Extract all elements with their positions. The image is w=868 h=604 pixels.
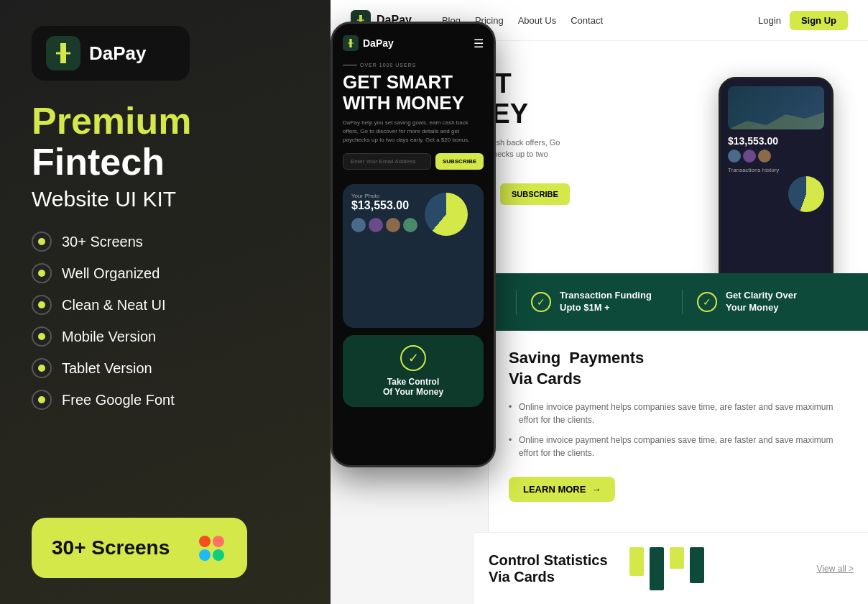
mp-chart-area	[425, 193, 475, 243]
feature-icon-organized	[32, 263, 52, 283]
phone-avatar-2	[743, 150, 756, 163]
saving-bullet-1: Online invoice payment helps companies s…	[509, 401, 848, 426]
banner-item-clarity: ✓ Get Clarity OverYour Money	[683, 290, 848, 314]
mobile-subscribe-button[interactable]: SUBSCRIBE	[435, 153, 484, 170]
mobile-app-overlay: DaPay ☰ OVER 1000 USERS GET SMART WITH M…	[331, 22, 496, 467]
mobile-bottom-screen: ✓ Take ControlOf Your Money	[343, 335, 484, 407]
figma-circles	[199, 536, 224, 561]
feature-label-screens: 30+ Screens	[62, 234, 143, 250]
right-panel: DaPay Blog Pricing About Us Contact Logi…	[331, 0, 868, 604]
dapay-logo-icon	[46, 36, 80, 70]
figma-circle-4	[213, 549, 224, 561]
learn-more-button[interactable]: LEARN MORE →	[509, 477, 615, 502]
mobile-screen: DaPay ☰ OVER 1000 USERS GET SMART WITH M…	[333, 24, 494, 465]
banner-check-funding: ✓	[531, 292, 551, 312]
badge-screens-text: 30+ Screens	[52, 536, 170, 559]
mobile-menu-icon[interactable]: ☰	[474, 37, 484, 50]
mobile-logo: DaPay	[343, 35, 394, 51]
phone-mockup: $13,553.00 Transactions history	[719, 77, 834, 293]
learn-more-arrow: →	[591, 484, 601, 495]
mobile-email-placeholder[interactable]: Enter Your Email Address	[343, 153, 431, 170]
phone-history: Transactions history	[728, 167, 824, 173]
feature-icon-tablet	[32, 358, 52, 378]
mobile-nav: DaPay ☰	[343, 35, 484, 51]
saving-bullet-2: Online invoice payment helps companies s…	[509, 434, 848, 459]
features-list: 30+ Screens Well Organized Clean & Neat …	[32, 232, 299, 410]
figma-circle-1	[199, 536, 211, 547]
phone-graph	[728, 86, 824, 129]
mobile-phone-preview: Your Photo $13,553.00	[343, 184, 484, 328]
feature-organized: Well Organized	[32, 263, 299, 283]
phone-chart	[788, 176, 824, 212]
figma-circle-2	[213, 536, 224, 547]
feature-icon-screens	[32, 232, 52, 252]
feature-clean: Clean & Neat UI	[32, 295, 299, 315]
cs-bar-1	[629, 547, 644, 576]
bottom-badge: 30+ Screens	[32, 518, 247, 578]
mobile-overtitle: OVER 1000 USERS	[343, 63, 484, 68]
mp-avatar-2	[369, 218, 383, 232]
feature-screens: 30+ Screens	[32, 232, 299, 252]
mobile-logo-icon	[343, 35, 359, 51]
feature-mobile: Mobile Version	[32, 326, 299, 347]
mbs-check-icon: ✓	[400, 345, 426, 371]
headline-premium: Premium	[32, 100, 192, 142]
logo-block: DaPay	[32, 26, 190, 81]
hero-right: $13,553.00 Transactions history	[690, 55, 848, 257]
figma-icon	[195, 532, 227, 564]
cs-bar-3	[670, 547, 684, 569]
saving-payments-title: Saving PaymentsVia Cards	[509, 348, 848, 389]
headline-block: Premium Fintech Website UI KIT	[32, 101, 299, 211]
logo-text: DaPay	[89, 42, 147, 65]
phone-recipients	[728, 150, 824, 163]
control-stats: Control StatisticsVia Cards View all >	[474, 532, 868, 604]
mp-avatar-3	[386, 218, 400, 232]
mobile-logo-text: DaPay	[363, 37, 394, 49]
cs-bar-4	[690, 547, 704, 583]
feature-icon-clean	[32, 295, 52, 315]
feature-tablet: Tablet Version	[32, 358, 299, 378]
mobile-hero-line1: GET SMART	[343, 72, 484, 93]
feature-label-mobile: Mobile Version	[62, 329, 156, 345]
feature-label-font: Free Google Font	[62, 392, 175, 408]
banner-item-funding: ✓ Transaction FundingUpto $1M +	[517, 290, 683, 314]
phone-avatar-3	[758, 150, 771, 163]
cs-stats	[629, 547, 704, 590]
mobile-hero-title: GET SMART WITH MONEY	[343, 72, 484, 113]
nav-contact[interactable]: Contact	[571, 15, 603, 26]
feature-font: Free Google Font	[32, 390, 299, 410]
mp-avatar-1	[351, 218, 366, 232]
nav-login[interactable]: Login	[758, 15, 781, 26]
phone-amount: $13,553.00	[728, 135, 824, 147]
view-all-link[interactable]: View all >	[817, 564, 854, 574]
headline-subtitle: Website UI KIT	[32, 187, 299, 211]
phone-screen: $13,553.00 Transactions history	[721, 79, 831, 290]
hero-subscribe-button[interactable]: SUBSCRIBE	[500, 183, 570, 205]
mbs-text: Take ControlOf Your Money	[353, 377, 474, 397]
saving-bullets: Online invoice payment helps companies s…	[509, 401, 848, 459]
mobile-desc: DaPay help you set saving goals, earn ca…	[343, 119, 484, 145]
feature-label-organized: Well Organized	[62, 265, 160, 282]
banner-text-clarity: Get Clarity OverYour Money	[726, 290, 797, 314]
cs-title: Control StatisticsVia Cards	[489, 552, 608, 585]
feature-label-clean: Clean & Neat UI	[62, 297, 166, 314]
learn-more-label: LEARN MORE	[523, 484, 586, 495]
mp-avatar-4	[403, 218, 417, 232]
cs-bar-2	[650, 547, 664, 590]
nav-signup-button[interactable]: Sign Up	[790, 11, 848, 30]
figma-circle-3	[199, 549, 211, 561]
feature-label-tablet: Tablet Version	[62, 360, 152, 377]
phone-avatar-1	[728, 150, 741, 163]
feature-icon-mobile	[32, 326, 52, 347]
banner-check-clarity: ✓	[697, 292, 717, 312]
mobile-hero-line2: WITH MONEY	[343, 93, 484, 114]
banner-text-funding: Transaction FundingUpto $1M +	[560, 290, 652, 314]
nav-actions: Login Sign Up	[758, 11, 848, 30]
feature-icon-font	[32, 390, 52, 410]
nav-about[interactable]: About Us	[518, 15, 556, 26]
headline-fintech: Fintech	[32, 141, 165, 183]
mobile-input-row: Enter Your Email Address SUBSCRIBE	[343, 153, 484, 170]
mp-donut-chart	[425, 193, 468, 236]
left-panel: DaPay Premium Fintech Website UI KIT 30+…	[0, 0, 331, 604]
